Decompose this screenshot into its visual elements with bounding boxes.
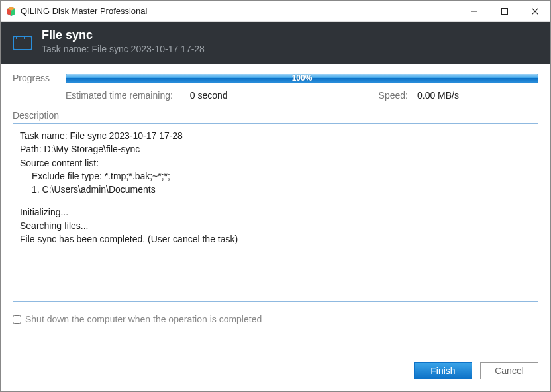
header-text: File sync Task name: File sync 2023-10-1… [42, 28, 205, 54]
estimated-value: 0 second [190, 90, 228, 101]
progress-row: Progress 100% [13, 73, 538, 83]
close-button[interactable] [520, 1, 550, 21]
header: File sync Task name: File sync 2023-10-1… [1, 22, 550, 64]
content: Progress 100% Estimated time remaining: … [1, 64, 550, 362]
window-controls [459, 1, 550, 21]
estimated-label: Estimated time remaining: [66, 90, 173, 101]
log-line: Path: D:\My Storage\file-sync [20, 142, 531, 156]
log-line: Source content list: [20, 156, 531, 170]
progress-bar: 100% [66, 74, 538, 83]
speed-value: 0.00 MB/s [417, 90, 459, 101]
log-line: Task name: File sync 2023-10-17 17-28 [20, 129, 531, 142]
shutdown-label: Shut down the computer when the operatio… [25, 314, 262, 324]
shutdown-checkbox[interactable] [13, 315, 21, 324]
description-label: Description [13, 110, 538, 121]
stats-row: Estimated time remaining: 0 second Speed… [66, 90, 538, 101]
shutdown-checkbox-row[interactable]: Shut down the computer when the operatio… [13, 314, 538, 324]
log-line: 1. C:\Users\admin\Documents [32, 183, 531, 196]
app-window: QILING Disk Master Professional File syn… [0, 0, 551, 392]
log-line: Exclude file type: *.tmp;*.bak;~*;*; [32, 170, 531, 183]
page-title: File sync [42, 28, 205, 42]
titlebar: QILING Disk Master Professional [1, 1, 550, 22]
app-icon [6, 6, 17, 17]
log-line: File sync has been completed. (User canc… [20, 232, 531, 246]
log-line: Initializing... [20, 205, 531, 219]
folder-icon [13, 36, 32, 50]
speed-label: Speed: [379, 90, 408, 101]
progress-label: Progress [13, 73, 66, 83]
description-box: Task name: File sync 2023-10-17 17-28 Pa… [13, 123, 538, 302]
svg-rect-5 [502, 8, 508, 14]
finish-button[interactable]: Finish [414, 362, 472, 379]
minimize-button[interactable] [459, 1, 489, 21]
progress-percent: 100% [292, 74, 313, 83]
maximize-button[interactable] [489, 1, 520, 21]
log-line: Searching files... [20, 219, 531, 232]
cancel-button[interactable]: Cancel [480, 362, 538, 379]
window-title: QILING Disk Master Professional [21, 6, 459, 16]
task-name-label: Task name: File sync 2023-10-17 17-28 [42, 44, 205, 54]
button-row: Finish Cancel [1, 362, 550, 391]
